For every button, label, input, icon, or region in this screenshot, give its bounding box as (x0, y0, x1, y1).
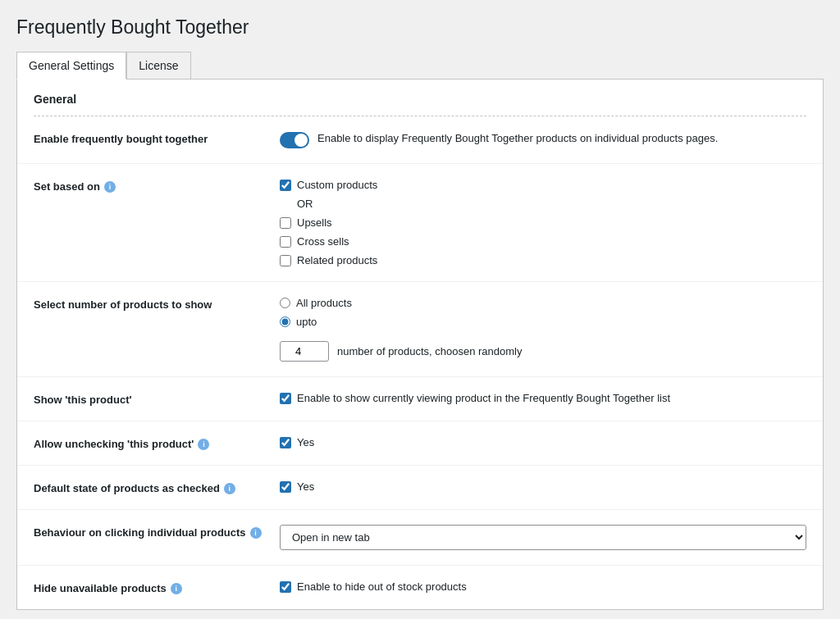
row-enable-fbt: Enable frequently bought together Enable… (17, 116, 823, 164)
checkbox-custom-products: Custom products (280, 179, 806, 191)
checkbox-label-upsells: Upsells (297, 216, 332, 229)
checkbox-label-related-products: Related products (297, 254, 377, 266)
row-allow-unchecking: Allow unchecking 'this product' i Yes (17, 421, 823, 466)
content-set-based-on: Custom products OR Upsells Cross sells R… (280, 179, 806, 266)
toggle-text-fbt: Enable to display Frequently Bought Toge… (317, 131, 718, 146)
info-icon-default-state[interactable]: i (224, 483, 235, 494)
row-show-this-product: Show 'this product' Enable to show curre… (17, 377, 823, 421)
checkbox-label-cross-sells: Cross sells (297, 235, 349, 248)
page-wrapper: Frequently Bought Together General Setti… (0, 0, 840, 619)
checkbox-input-cross-sells[interactable] (280, 236, 291, 248)
number-input-products[interactable] (280, 341, 329, 362)
label-hide-unavailable: Hide unavailable products i (34, 580, 263, 594)
radio-input-upto[interactable] (280, 316, 290, 327)
settings-panel: General Enable frequently bought togethe… (16, 79, 824, 610)
toggle-wrapper-fbt: Enable to display Frequently Bought Toge… (280, 131, 806, 148)
content-select-number: All products upto number of products, ch… (280, 297, 806, 362)
label-set-based-on: Set based on i (34, 179, 263, 193)
row-set-based-on: Set based on i Custom products OR Upsell… (17, 164, 823, 282)
info-icon-hide-unavailable[interactable]: i (171, 583, 182, 594)
checkbox-input-show-this-product[interactable] (280, 393, 291, 404)
label-default-state: Default state of products as checked i (34, 480, 263, 494)
radio-label-upto: upto (296, 316, 317, 328)
checkbox-hide-unavailable: Enable to hide out of stock products (280, 580, 806, 593)
number-suffix-label: number of products, choosen randomly (337, 345, 522, 357)
row-select-number: Select number of products to show All pr… (17, 282, 823, 377)
checkbox-show-this-product: Enable to show currently viewing product… (280, 392, 806, 404)
number-row: number of products, choosen randomly (280, 341, 806, 362)
checkbox-input-hide-unavailable[interactable] (280, 581, 291, 593)
tab-general-settings[interactable]: General Settings (16, 52, 126, 80)
checkbox-input-related-products[interactable] (280, 255, 291, 266)
label-select-number: Select number of products to show (34, 297, 263, 311)
label-allow-unchecking: Allow unchecking 'this product' i (34, 436, 263, 450)
content-show-this-product: Enable to show currently viewing product… (280, 392, 806, 404)
radio-all-products: All products (280, 297, 806, 309)
label-behaviour-clicking: Behaviour on clicking individual product… (34, 525, 263, 539)
checkbox-label-show-this-product: Enable to show currently viewing product… (297, 392, 670, 404)
checkbox-input-upsells[interactable] (280, 217, 291, 229)
info-icon-set-based-on[interactable]: i (104, 181, 116, 193)
content-enable-fbt: Enable to display Frequently Bought Toge… (280, 131, 806, 148)
checkbox-allow-unchecking: Yes (280, 436, 806, 448)
content-behaviour-clicking: Open in new tab Open in same tab No acti… (280, 525, 806, 550)
or-separator: OR (280, 198, 806, 210)
tabs-bar: General Settings License (16, 52, 824, 80)
info-icon-allow-unchecking[interactable]: i (198, 439, 209, 450)
tab-license[interactable]: License (126, 52, 190, 80)
toggle-slider-fbt (280, 132, 309, 148)
radio-input-all-products[interactable] (280, 298, 290, 308)
info-icon-behaviour-clicking[interactable]: i (250, 527, 262, 539)
select-behaviour[interactable]: Open in new tab Open in same tab No acti… (280, 525, 806, 550)
checkbox-label-custom-products: Custom products (297, 179, 377, 191)
section-title: General (17, 80, 823, 116)
checkbox-label-hide-unavailable: Enable to hide out of stock products (297, 580, 467, 593)
checkbox-default-state: Yes (280, 480, 806, 493)
content-allow-unchecking: Yes (280, 436, 806, 448)
checkbox-upsells: Upsells (280, 216, 806, 229)
checkbox-input-custom-products[interactable] (280, 180, 291, 191)
checkbox-label-default-state: Yes (297, 480, 314, 493)
radio-upto: upto (280, 316, 806, 328)
label-enable-fbt: Enable frequently bought together (34, 131, 263, 145)
content-default-state: Yes (280, 480, 806, 493)
page-title: Frequently Bought Together (16, 16, 824, 39)
checkbox-related-products: Related products (280, 254, 806, 266)
toggle-enable-fbt[interactable] (280, 132, 309, 148)
content-hide-unavailable: Enable to hide out of stock products (280, 580, 806, 593)
row-behaviour-clicking: Behaviour on clicking individual product… (17, 510, 823, 566)
checkbox-input-default-state[interactable] (280, 481, 291, 493)
checkbox-cross-sells: Cross sells (280, 235, 806, 248)
row-default-state: Default state of products as checked i Y… (17, 466, 823, 510)
checkbox-label-allow-unchecking: Yes (297, 436, 314, 448)
row-hide-unavailable: Hide unavailable products i Enable to hi… (17, 566, 823, 609)
radio-label-all-products: All products (296, 297, 352, 309)
label-show-this-product: Show 'this product' (34, 392, 263, 406)
checkbox-input-allow-unchecking[interactable] (280, 437, 291, 448)
